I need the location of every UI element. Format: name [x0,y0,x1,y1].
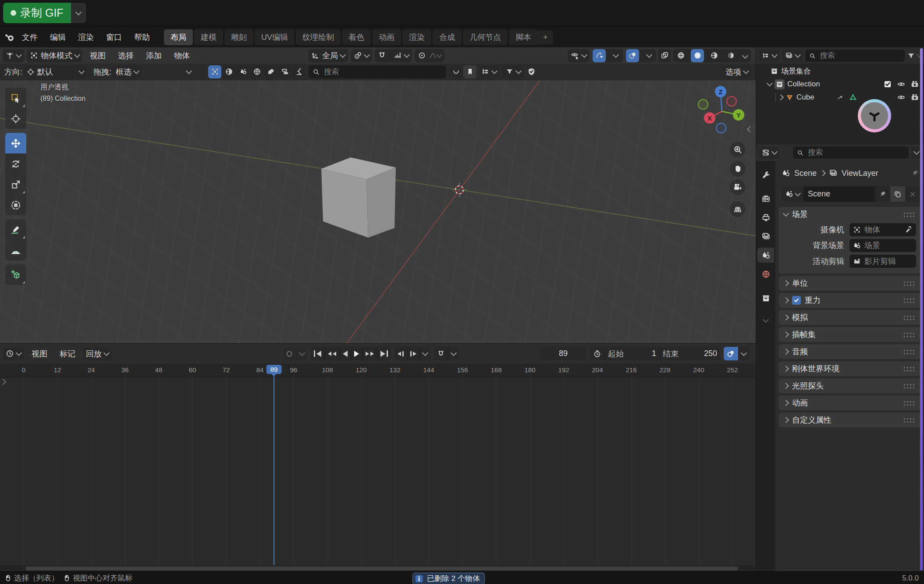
arc-toggle[interactable] [449,65,462,78]
grip-icon[interactable] [903,281,916,286]
color-attribute-icon[interactable] [194,66,205,78]
tool-annotate[interactable] [5,219,26,240]
timeline-ruler[interactable]: 0122436486072849610812013214415616818019… [0,363,756,378]
tab-collection[interactable] [757,291,774,306]
use-preview-range-toggle[interactable] [590,347,604,360]
status-notification[interactable]: 已删除 2 个物体 [412,573,485,584]
shading-solid-button[interactable] [691,49,704,62]
eyedropper-icon[interactable] [905,226,913,234]
active-clip-field[interactable]: 影片剪辑 [849,255,916,268]
property-section[interactable]: 动画 [778,395,921,410]
shield-check-icon[interactable] [527,67,536,76]
timeline-body[interactable] [0,377,756,565]
collapse-chevron-icon[interactable] [186,68,192,74]
default-cube[interactable] [321,157,396,238]
properties-editor-type[interactable] [759,146,780,159]
jump-to-end-button[interactable] [377,347,391,360]
viewport-menu-item[interactable]: 选择 [112,50,140,61]
prev-frame-button[interactable] [394,347,407,360]
grip-icon[interactable] [903,332,916,338]
axis-neg-y-ball[interactable] [698,100,708,109]
direction-dropdown[interactable]: 默认 [24,65,87,78]
tool-add-cube[interactable] [5,264,26,285]
viewport-menu-item[interactable]: 视图 [84,50,112,61]
zoom-button[interactable] [730,142,746,157]
playhead-line[interactable] [274,375,274,565]
workspace-tab[interactable]: 雕刻 [224,29,253,45]
filter-scene-toggle[interactable] [236,65,249,78]
ortho-toggle-button[interactable] [730,201,746,217]
pin-button[interactable] [875,186,890,202]
prev-keyframe-button[interactable] [324,347,339,360]
axis-neg-z-ball[interactable] [716,123,726,133]
camera-render-icon[interactable] [910,80,919,89]
filter-nodegroup-toggle[interactable] [278,65,291,78]
property-section[interactable]: 模拟 [778,310,921,325]
property-section[interactable]: 插帧集 [778,327,921,342]
filter-spline-toggle[interactable] [292,65,306,78]
nav-lock-dropdown[interactable] [448,347,459,360]
menu-item[interactable]: 渲染 [72,32,100,43]
timeline-editor[interactable]: 视图标记 回放 [0,343,756,572]
autokey-toggle[interactable] [282,347,296,360]
workspace-tab[interactable]: 着色 [342,29,371,45]
pan-button[interactable] [730,161,746,177]
workspace-tab[interactable]: 合成 [433,29,462,45]
tab-tool[interactable] [757,167,774,182]
tool-cursor[interactable] [5,108,26,129]
properties-editor[interactable]: Scene ViewLayer Scene [756,144,924,572]
xray-toggle[interactable] [658,49,671,62]
viewport-menu-item[interactable]: 物体 [168,50,196,61]
blender-logo-icon[interactable] [4,32,16,43]
grip-icon[interactable] [903,212,916,217]
viewport-3d[interactable]: 物体模式 视图选择添加物体 全局 [0,47,756,343]
timeline-menu-item[interactable]: 视图 [25,349,53,359]
grip-icon[interactable] [903,417,916,423]
jump-to-start-button[interactable] [311,347,324,360]
grip-icon[interactable] [903,400,916,406]
outliner-row-collection[interactable]: Collection [756,78,924,91]
scene-datablock-name[interactable]: Scene [803,186,875,202]
section-checkbox[interactable] [792,296,801,305]
outliner-row-cube[interactable]: Cube [756,91,924,104]
show-gizmo-toggle[interactable] [593,49,606,62]
camera-object-field[interactable]: 物体 [849,223,916,236]
background-scene-field[interactable]: 场景 [849,239,916,252]
workspace-tab[interactable]: 布局 [164,29,193,45]
menu-item[interactable]: 窗口 [100,32,128,43]
drag-dropdown[interactable]: 框选 [113,65,142,78]
current-frame-field[interactable]: 89 [540,347,586,360]
next-keyframe-button[interactable] [362,347,377,360]
tab-scene[interactable] [757,248,774,263]
bookmark-toggle[interactable] [463,65,476,78]
outliner-search-field[interactable] [805,50,905,62]
workspace-tab[interactable]: UV编辑 [255,29,295,45]
outliner[interactable]: 场景集合 Collection Cube [756,47,924,144]
filter-dropdown[interactable] [502,65,524,78]
property-section[interactable]: 光照探头 [778,378,921,393]
visibility-dropdown[interactable] [568,49,590,62]
tool-transform[interactable] [5,195,26,215]
tab-viewlayer[interactable] [757,229,774,244]
filter-world-toggle[interactable] [250,65,263,78]
timeline-editor-type-button[interactable] [3,347,24,360]
menu-item[interactable]: 帮助 [128,32,156,43]
camera-view-button[interactable] [730,179,746,195]
outliner-display-mode[interactable] [759,50,780,62]
tool-measure[interactable] [5,240,26,260]
proportional-falloff[interactable] [429,51,441,60]
grip-icon[interactable] [903,315,916,320]
eye-icon[interactable] [897,80,906,89]
workspace-tab[interactable]: 几何节点 [463,29,508,45]
workspace-tab[interactable]: 纹理绘制 [296,29,341,45]
overlays-dropdown[interactable] [643,49,656,62]
tool-options-dropdown[interactable]: 选项 [722,65,751,78]
sync-toggle[interactable] [724,347,738,360]
display-settings-dropdown[interactable] [478,65,500,78]
scene-section-header[interactable]: 场景 [778,207,921,222]
navigation-gizmo[interactable]: Z X Y [694,85,751,142]
workspace-tab[interactable]: 建模 [194,29,223,45]
workspace-tab[interactable]: 脚本 [509,29,538,45]
frame-step-dropdown[interactable] [419,347,430,360]
camera-render-icon[interactable] [910,93,919,102]
